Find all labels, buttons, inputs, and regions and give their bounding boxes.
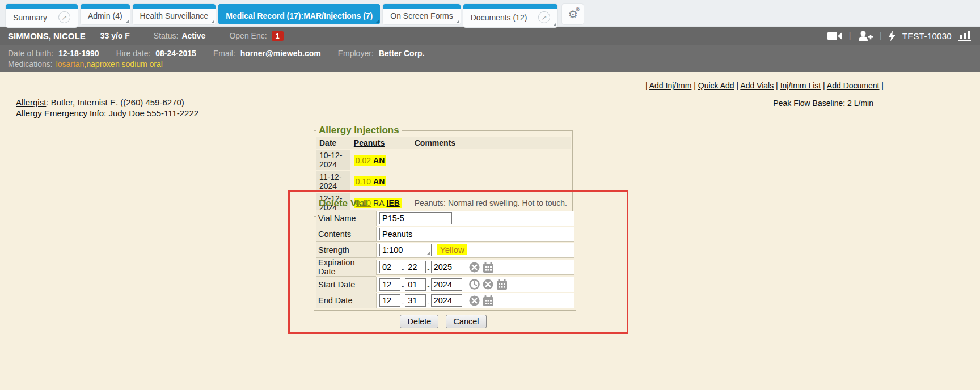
injection-comment — [411, 149, 571, 171]
date-separator: - — [402, 298, 404, 307]
dose-link[interactable]: 0.10 — [356, 177, 371, 186]
calendar-icon[interactable] — [496, 279, 508, 290]
clear-date-icon[interactable] — [469, 295, 480, 306]
reaction-code-link[interactable]: AN — [373, 177, 385, 186]
expiration-day-input[interactable] — [405, 261, 426, 273]
clock-icon[interactable] — [469, 279, 480, 290]
lightning-icon[interactable] — [889, 31, 895, 41]
delete-button[interactable]: Delete — [400, 315, 438, 328]
tab-accent-strip — [218, 4, 380, 9]
links-sep: | — [734, 81, 741, 90]
settings-button[interactable]: ⚙ ⚙ — [562, 4, 584, 24]
chart-id: TEST-10030 — [902, 31, 952, 41]
flowsheet-chart-icon[interactable] — [958, 30, 972, 41]
peak-flow-link[interactable]: Peak Flow Baseline — [773, 99, 843, 108]
popout-arrow-icon: ↗ — [538, 11, 550, 23]
action-links: | Add Inj/Imm | Quick Add | Add Vials | … — [645, 81, 884, 90]
end-date-label: End Date — [316, 292, 376, 308]
start-day-input[interactable] — [405, 278, 426, 291]
email-value: horner@mieweb.com — [240, 49, 321, 58]
patient-age-sex: 33 y/o F — [100, 31, 130, 40]
links-sep: | — [691, 81, 698, 90]
link-add-inj-imm[interactable]: Add Inj/Imm — [649, 81, 692, 90]
tab-summary-label: Summary — [13, 13, 47, 22]
tab-on-screen-forms-label: On Screen Forms — [390, 11, 453, 20]
calendar-icon[interactable] — [483, 262, 494, 273]
tab-summary-popout[interactable]: ↗ — [53, 11, 70, 23]
add-person-icon[interactable] — [858, 31, 873, 41]
email-label: Email: — [213, 49, 235, 58]
start-date-label: Start Date — [316, 277, 376, 292]
contents-input[interactable] — [379, 228, 571, 240]
tab-accent-strip — [383, 4, 460, 9]
patient-header-bar: SIMMONS, NICOLE 33 y/o F Status: Active … — [0, 27, 980, 45]
link-add-vials[interactable]: Add Vials — [740, 81, 774, 90]
hire-date-label: Hire date: — [116, 49, 151, 58]
cancel-button[interactable]: Cancel — [446, 315, 486, 328]
start-month-input[interactable] — [379, 278, 400, 291]
allergist-info: Allergist: Butler, Internist E. ((260) 4… — [16, 97, 198, 118]
tab-medical-record[interactable]: Medical Record (17):MAR/Injections (7) — [218, 4, 380, 24]
link-quick-add[interactable]: Quick Add — [698, 81, 734, 90]
status-label: Status: — [154, 31, 179, 40]
end-year-input[interactable] — [431, 294, 462, 307]
allergy-emergency-link[interactable]: Allergy Emergency Info — [16, 108, 104, 118]
tab-dropdown-corner-icon — [375, 20, 379, 23]
medication-link-losartan[interactable]: losartan — [56, 60, 85, 69]
column-header-date: Date — [316, 137, 350, 149]
dob-value: 12-18-1990 — [58, 49, 99, 58]
peak-flow-value: : 2 L/min — [843, 99, 873, 108]
link-inj-imm-list[interactable]: Inj/Imm List — [780, 81, 821, 90]
patient-name: SIMMONS, NICOLE — [8, 31, 86, 41]
dose-link[interactable]: 0.02 — [356, 156, 371, 165]
main-content: | Add Inj/Imm | Quick Add | Add Vials | … — [0, 72, 980, 389]
tab-health-surveillance[interactable]: Health Surveillance — [133, 4, 216, 24]
injection-row: 11-12-2024 0.10AN — [316, 171, 571, 192]
form-row-start-date: Start Date -- — [316, 277, 574, 292]
vial-color-tag: Yellow — [437, 244, 467, 255]
medication-link-naproxen[interactable]: naproxen sodium oral — [86, 60, 163, 69]
header-divider: | — [848, 31, 851, 41]
calendar-icon[interactable] — [483, 295, 494, 306]
header-divider: | — [880, 31, 882, 41]
employer-label: Employer: — [338, 49, 374, 58]
open-enc-badge[interactable]: 1 — [272, 31, 284, 41]
expiration-year-input[interactable] — [431, 261, 462, 273]
video-call-icon[interactable] — [827, 32, 842, 40]
clear-date-icon[interactable] — [483, 279, 493, 290]
tab-dropdown-corner-icon — [553, 23, 556, 26]
vial-name-input[interactable] — [379, 212, 452, 224]
strength-input[interactable] — [379, 244, 432, 256]
peak-flow-baseline: Peak Flow Baseline: 2 L/min — [773, 99, 873, 108]
reaction-code-link[interactable]: AN — [373, 156, 385, 165]
tab-documents-popout[interactable]: ↗ — [533, 11, 550, 23]
column-header-peanuts[interactable]: Peanuts — [354, 138, 385, 147]
start-year-input[interactable] — [431, 278, 462, 291]
tab-summary[interactable]: Summary ↗ — [6, 4, 78, 27]
allergy-emergency-detail: : Judy Doe 555-111-2222 — [104, 108, 198, 118]
date-separator: - — [402, 282, 404, 290]
end-month-input[interactable] — [379, 294, 400, 307]
employer-value: Better Corp. — [379, 49, 425, 58]
tab-admin[interactable]: Admin (4) — [81, 4, 130, 24]
end-day-input[interactable] — [405, 294, 426, 307]
links-trail: | — [879, 81, 884, 90]
allergy-injections-title: Allergy Injections — [316, 125, 402, 136]
allergist-detail: : Butler, Internist E. ((260) 459-6270) — [46, 98, 184, 107]
expiration-month-input[interactable] — [379, 261, 400, 273]
tab-admin-label: Admin (4) — [88, 11, 122, 20]
strength-label: Strength — [316, 242, 376, 258]
injection-date: 10-12-2024 — [316, 149, 350, 171]
hire-date-value: 08-24-2015 — [155, 49, 196, 58]
tab-documents-label: Documents (12) — [471, 13, 527, 22]
tab-documents[interactable]: Documents (12) ↗ — [463, 4, 558, 27]
clear-date-icon[interactable] — [469, 262, 480, 273]
link-add-document[interactable]: Add Document — [827, 81, 880, 90]
allergist-link[interactable]: Allergist — [16, 98, 46, 107]
expiration-date-label: Expiration Date — [316, 258, 376, 277]
vial-name-label: Vial Name — [316, 210, 376, 226]
tab-dropdown-corner-icon — [211, 20, 214, 23]
delete-vial-section: Delete Vial Vial Name Contents Strength … — [314, 198, 576, 311]
tab-on-screen-forms[interactable]: On Screen Forms — [383, 4, 460, 24]
patient-demographics-bar: Date of birth: 12-18-1990 Hire date: 08-… — [0, 45, 980, 72]
